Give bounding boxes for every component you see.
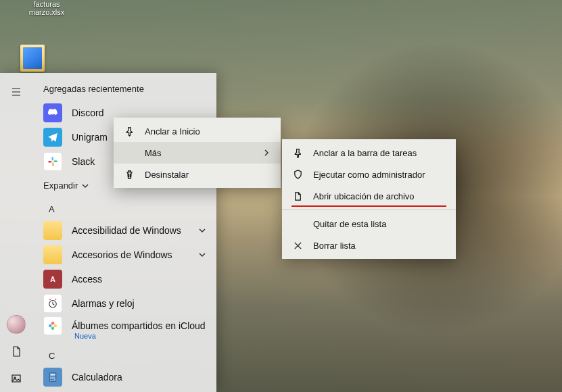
expand-label: Expandir [43,180,78,191]
svg-rect-14 [50,376,51,378]
ctx-uninstall[interactable]: Desinstalar [114,164,281,185]
letter-header-c[interactable]: C [32,344,216,365]
app-label: Slack [72,156,95,167]
svg-rect-15 [52,376,53,378]
svg-rect-2 [52,157,53,160]
app-row-accesorios[interactable]: Accesorios de Windows [32,243,216,267]
app-label: Access [72,274,102,285]
ctx-label: Borrar lista [313,241,356,251]
ctx-label: Anclar a la barra de tareas [313,148,417,158]
slack-icon [43,152,62,171]
app-row-access[interactable]: A Access [32,267,216,291]
discord-icon [43,103,62,122]
svg-rect-16 [54,376,55,378]
letter-header-a[interactable]: A [32,197,216,218]
app-label: Accesibilidad de Windows [72,225,181,236]
svg-rect-17 [50,378,51,380]
hamburger-icon[interactable] [3,78,30,105]
desktop-shortcut-folder[interactable] [20,45,45,72]
svg-rect-3 [54,161,57,162]
app-label: Accesorios de Windows [72,249,172,260]
calculator-icon [43,368,62,387]
svg-text:A: A [50,275,55,283]
pictures-icon[interactable] [3,365,30,392]
context-menu-primary: Anclar a Inicio Más Desinstalar [114,118,281,188]
ctx-pin-to-start[interactable]: Anclar a Inicio [114,120,281,142]
pin-icon [123,126,135,137]
ctx-pin-to-taskbar[interactable]: Anclar a la barra de tareas [282,142,456,164]
start-rail [0,73,32,392]
app-label: Alarmas y reloj [72,298,135,309]
folder-icon [43,245,62,264]
ctx-more[interactable]: Más [114,142,281,164]
chevron-down-icon [199,251,206,258]
svg-rect-4 [52,163,53,166]
desktop-wallpaper: facturas marzo.xlsx Agregadas recienteme… [0,0,562,392]
trash-icon [123,170,135,180]
ctx-remove-from-list[interactable]: Quitar de esta lista [282,213,456,235]
svg-rect-21 [52,380,53,381]
app-label: Unigram [72,132,108,143]
separator [282,210,456,210]
svg-point-9 [54,324,57,328]
close-icon [291,241,304,251]
highlight-underline [291,205,446,207]
ctx-label: Ejecutar como administrador [313,170,425,180]
ctx-label: Quitar de esta lista [313,219,386,229]
app-label: Álbumes compartidos en iCloud [72,320,206,331]
chevron-down-icon [82,182,89,189]
svg-point-10 [51,327,55,330]
app-row-alarmas[interactable]: Alarmas y reloj [32,291,216,316]
app-label: Calculadora [72,372,122,383]
ctx-open-file-location[interactable]: Abrir ubicación de archivo [282,185,456,207]
app-label: Discord [72,107,103,118]
chevron-down-icon [199,227,206,234]
ctx-run-as-admin[interactable]: Ejecutar como administrador [282,164,456,185]
ctx-label: Abrir ubicación de archivo [313,191,415,201]
ctx-label: Anclar a Inicio [145,126,200,137]
svg-rect-0 [12,375,20,382]
svg-rect-5 [48,161,51,162]
app-row-accesibilidad[interactable]: Accesibilidad de Windows [32,218,216,243]
file-location-icon [291,191,304,201]
app-row-calculadora[interactable]: Calculadora [32,365,216,389]
svg-rect-19 [54,378,55,381]
access-icon: A [43,270,62,289]
shield-icon [291,170,304,180]
svg-rect-18 [52,378,53,380]
clock-icon [43,294,62,313]
desktop-file-facturas[interactable]: facturas marzo.xlsx [23,0,70,16]
ctx-label: Más [145,148,162,158]
ctx-label: Desinstalar [145,170,189,180]
telegram-icon [43,128,62,147]
user-avatar[interactable] [3,311,30,338]
context-menu-more: Anclar a la barra de tareas Ejecutar com… [282,139,456,259]
svg-rect-20 [50,380,51,381]
photos-icon [43,316,62,335]
pin-icon [291,148,304,158]
svg-point-8 [51,322,55,325]
file-label: facturas marzo.xlsx [23,0,70,16]
chevron-right-icon [263,148,270,158]
svg-point-11 [49,324,52,328]
ctx-clear-list[interactable]: Borrar lista [282,235,456,256]
recent-header: Agregadas recientemente [32,78,216,101]
folder-icon [43,221,62,240]
svg-rect-13 [50,374,55,376]
documents-icon[interactable] [3,338,30,365]
